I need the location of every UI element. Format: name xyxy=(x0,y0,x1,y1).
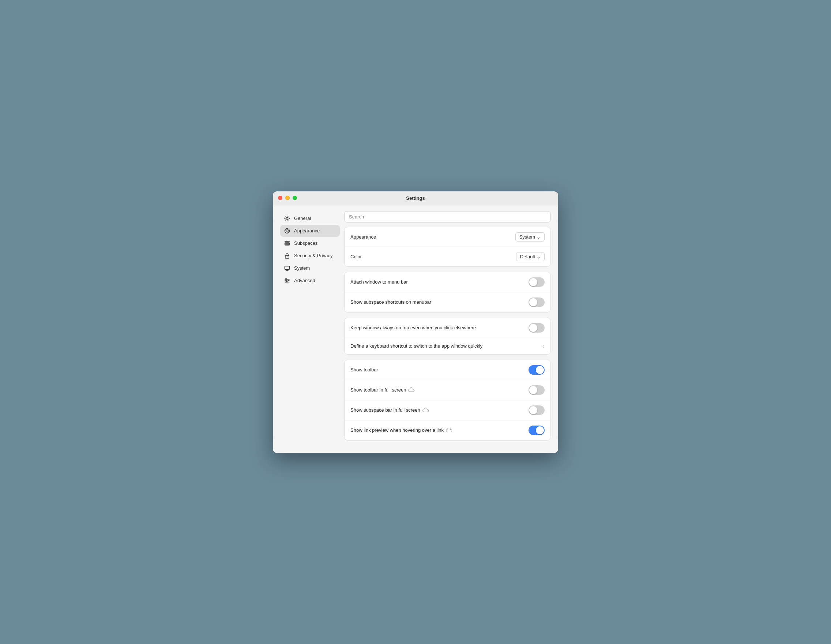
svg-rect-12 xyxy=(285,266,290,269)
keep-on-top-toggle[interactable] xyxy=(529,323,544,333)
cloud-icon-1 xyxy=(408,387,415,393)
appearance-dropdown[interactable]: System ⌄ xyxy=(515,232,544,241)
window-section: Attach window to menu bar Show subspace … xyxy=(344,272,551,312)
toggle-knob-5 xyxy=(529,386,537,394)
sidebar-item-advanced[interactable]: Advanced xyxy=(280,275,340,287)
svg-point-19 xyxy=(287,280,288,281)
svg-rect-8 xyxy=(285,243,290,244)
sidebar-nav: General Appearance xyxy=(280,213,340,287)
main-content: Appearance System ⌄ Color Default ⌄ xyxy=(344,205,558,453)
search-input[interactable] xyxy=(344,211,551,223)
link-preview-row: Show link preview when hovering over a l… xyxy=(345,421,551,440)
toggle-knob-6 xyxy=(529,406,537,414)
subspace-bar-fullscreen-toggle[interactable] xyxy=(529,405,544,415)
sidebar: General Appearance xyxy=(273,205,344,453)
show-shortcuts-label: Show subspace shortcuts on menubar xyxy=(350,299,431,305)
show-toolbar-label: Show toolbar xyxy=(350,367,378,373)
settings-window: Settings General xyxy=(273,191,558,453)
svg-rect-9 xyxy=(285,244,290,245)
toolbar-fullscreen-row: Show toolbar in full screen xyxy=(345,380,551,400)
svg-point-20 xyxy=(286,281,287,283)
toolbar-fullscreen-label: Show toolbar in full screen xyxy=(350,387,415,393)
toggle-knob-7 xyxy=(536,426,544,434)
toolbar-section: Show toolbar Show toolbar in full screen xyxy=(344,360,551,440)
svg-point-2 xyxy=(286,230,288,232)
sidebar-item-subspaces[interactable]: Subspaces xyxy=(280,238,340,249)
svg-rect-7 xyxy=(285,241,290,242)
svg-point-0 xyxy=(287,217,288,219)
subspace-bar-fullscreen-label: Show subspace bar in full screen xyxy=(350,407,429,413)
toggle-knob-2 xyxy=(529,298,537,306)
minimize-button[interactable] xyxy=(285,196,290,200)
show-shortcuts-row: Show subspace shortcuts on menubar xyxy=(345,292,551,312)
sidebar-item-appearance[interactable]: Appearance xyxy=(280,225,340,237)
appearance-section: Appearance System ⌄ Color Default ⌄ xyxy=(344,227,551,267)
sidebar-item-security[interactable]: Security & Privacy xyxy=(280,250,340,261)
color-row: Color Default ⌄ xyxy=(345,247,551,266)
keep-on-top-row: Keep window always on top even when you … xyxy=(345,318,551,338)
sidebar-item-system[interactable]: System xyxy=(280,262,340,274)
cloud-icon-2 xyxy=(422,408,429,413)
behavior-section: Keep window always on top even when you … xyxy=(344,317,551,355)
appearance-icon xyxy=(284,228,290,234)
chevron-down-icon-2: ⌄ xyxy=(536,254,541,260)
maximize-button[interactable] xyxy=(293,196,297,200)
chevron-down-icon: ⌄ xyxy=(536,234,541,240)
toggle-knob-4 xyxy=(536,366,544,374)
attach-window-row: Attach window to menu bar xyxy=(345,272,551,292)
subspaces-icon xyxy=(284,240,290,247)
color-dropdown[interactable]: Default ⌄ xyxy=(516,252,544,261)
link-preview-label: Show link preview when hovering over a l… xyxy=(350,427,452,433)
appearance-row: Appearance System ⌄ xyxy=(345,227,551,247)
appearance-dropdown-value: System xyxy=(519,234,535,240)
gear-icon xyxy=(284,215,290,222)
svg-point-11 xyxy=(287,256,288,257)
lock-icon xyxy=(284,252,290,259)
sidebar-item-advanced-label: Advanced xyxy=(294,278,315,283)
window-title: Settings xyxy=(406,195,425,201)
attach-window-toggle[interactable] xyxy=(529,277,544,287)
show-shortcuts-toggle[interactable] xyxy=(529,298,544,307)
show-toolbar-toggle[interactable] xyxy=(529,365,544,375)
sidebar-item-system-label: System xyxy=(294,265,310,271)
appearance-label: Appearance xyxy=(350,234,376,240)
color-dropdown-value: Default xyxy=(520,254,535,260)
sidebar-item-general-label: General xyxy=(294,215,311,221)
keyboard-shortcut-row[interactable]: Define a keyboard shortcut to switch to … xyxy=(345,338,551,354)
keep-on-top-label: Keep window always on top even when you … xyxy=(350,325,476,330)
monitor-icon xyxy=(284,265,290,271)
window-content: General Appearance xyxy=(273,205,558,453)
sidebar-item-general[interactable]: General xyxy=(280,213,340,224)
titlebar: Settings xyxy=(273,191,558,205)
close-button[interactable] xyxy=(278,196,282,200)
search-area xyxy=(344,205,551,227)
sidebar-item-appearance-label: Appearance xyxy=(294,228,320,233)
traffic-lights xyxy=(278,196,297,200)
chevron-right-icon: › xyxy=(543,343,544,349)
keyboard-shortcut-label: Define a keyboard shortcut to switch to … xyxy=(350,343,482,349)
subspace-bar-fullscreen-row: Show subspace bar in full screen xyxy=(345,400,551,421)
link-preview-toggle[interactable] xyxy=(529,426,544,435)
svg-point-18 xyxy=(285,279,287,280)
sliders-icon xyxy=(284,277,290,284)
cloud-icon-3 xyxy=(446,428,452,433)
color-label: Color xyxy=(350,254,362,260)
attach-window-label: Attach window to menu bar xyxy=(350,279,408,285)
toolbar-fullscreen-toggle[interactable] xyxy=(529,385,544,395)
toggle-knob-3 xyxy=(529,324,537,332)
sidebar-item-subspaces-label: Subspaces xyxy=(294,241,317,246)
sidebar-item-security-label: Security & Privacy xyxy=(294,253,333,258)
show-toolbar-row: Show toolbar xyxy=(345,360,551,380)
toggle-knob xyxy=(529,278,537,286)
